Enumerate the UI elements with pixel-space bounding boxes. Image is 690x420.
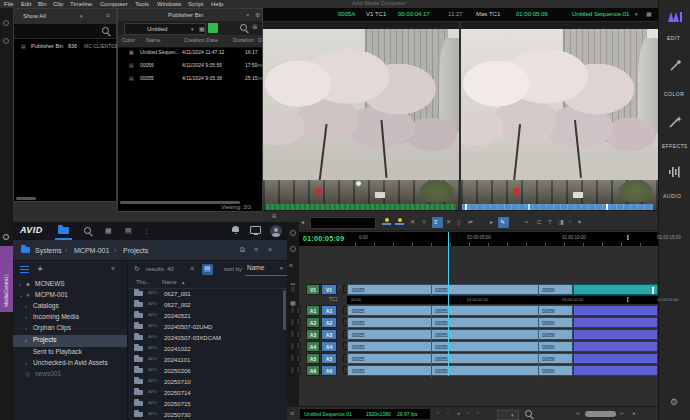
audio-track-source-label[interactable]: A1 (306, 305, 320, 316)
source-clip-name[interactable]: 0005A (338, 11, 355, 17)
track-monitor-box[interactable] (290, 285, 296, 293)
bin-title-bar[interactable]: Publisher Bin × ⚙ (118, 9, 262, 21)
tab-edit[interactable]: EDIT (667, 36, 680, 41)
sequence-name[interactable]: Untitled Sequence.01 (572, 11, 629, 17)
marker-icon[interactable]: ▯ (457, 219, 460, 225)
a3-selected-segment[interactable] (573, 329, 658, 340)
caret-icon[interactable]: › (25, 304, 27, 309)
window-tab-knob-icon[interactable] (3, 20, 9, 26)
sessions-monitor-icon[interactable] (250, 226, 261, 234)
tc-track-label[interactable]: TC1 (329, 298, 338, 303)
menu-edit[interactable]: Edit (21, 1, 31, 7)
v1-selected-segment[interactable] (573, 284, 658, 295)
menu-timeline[interactable]: Timeline (70, 1, 92, 7)
tree-item-mcnews[interactable]: › ◈ MCNEWS (13, 280, 127, 291)
user-avatar[interactable] (270, 225, 282, 237)
track-list-icon[interactable]: ≡ (434, 219, 438, 225)
menu-bin[interactable]: Bin (38, 1, 47, 7)
sort-filter-icon[interactable] (20, 266, 29, 273)
bin-preset-dropdown[interactable]: Untitled ▾ ▦ (124, 23, 206, 35)
menu-composer[interactable]: Composer (100, 1, 128, 7)
sort-by-dropdown[interactable]: Name (247, 265, 264, 272)
a5-selected-segment[interactable] (573, 353, 658, 364)
source-monitor-video-frame[interactable] (263, 29, 459, 211)
tab-audio[interactable]: AUDIO (663, 194, 681, 199)
v-scrollbar-thumb[interactable] (283, 290, 286, 330)
zoom-search-icon[interactable] (525, 410, 532, 417)
audio-track-source-label[interactable]: A4 (306, 341, 320, 352)
tree-item-orphan-clips[interactable]: › Orphan Clips (13, 324, 127, 335)
window-tab-knob-icon[interactable] (290, 230, 296, 236)
tree-item-mcpm-001[interactable]: ⌄ ✈ MCPM-001 (13, 291, 127, 302)
tab-effects[interactable]: EFFECTS (662, 144, 688, 149)
caret-icon[interactable]: › (25, 361, 27, 366)
filter-dropdown[interactable]: Show All (23, 13, 46, 19)
grid-icon[interactable]: ▦ (646, 11, 652, 17)
status-icon[interactable]: ▫ (477, 411, 479, 416)
browse-tab-folder-icon[interactable] (58, 227, 69, 234)
col-duration[interactable]: Duration (233, 38, 254, 44)
file-row[interactable]: AVID20241101 (128, 354, 282, 365)
tree-item-projects-selected[interactable]: › Projects (13, 335, 127, 347)
breadcrumb-systems[interactable]: Systems (35, 247, 62, 254)
caret-icon[interactable]: › (25, 338, 27, 343)
video-track-record-label[interactable]: V1 (321, 284, 337, 295)
search-icon[interactable] (84, 227, 91, 234)
text-tool-icon[interactable]: T (548, 219, 552, 225)
mediacentral-window-tab[interactable]: MediaCentral | (0, 246, 13, 312)
file-row[interactable]: AVID20240507-02UHD (128, 321, 282, 332)
v1-clip-row[interactable]: 00055 00055 00056 (347, 284, 573, 295)
file-row[interactable]: AVID20240521 (128, 310, 282, 321)
status-icon[interactable]: ▫ (437, 411, 439, 416)
segment-overwrite-icon[interactable] (395, 218, 404, 225)
scroll-right-icon[interactable]: ▸ (633, 411, 636, 416)
close-icon[interactable]: × (268, 246, 272, 253)
a5-clip-row[interactable]: 00055 00055 00056 (347, 353, 573, 364)
toolbar-menu-icon[interactable]: ▾ (578, 219, 581, 225)
a6-selected-segment[interactable] (573, 365, 658, 376)
list-view-icon[interactable]: ≡ (190, 265, 194, 272)
file-row[interactable]: AVID20241022 (128, 343, 282, 354)
col-d[interactable]: D (258, 38, 262, 44)
avid-logo-icon[interactable] (668, 12, 682, 22)
delete-icon[interactable]: ✕ (446, 219, 451, 225)
video-quality-icon[interactable]: ◨ (558, 219, 564, 225)
tree-item-catalogs[interactable]: › Catalogs (13, 302, 127, 313)
audio-track-record-label[interactable]: A6 (321, 365, 337, 376)
tab-color[interactable]: COLOR (664, 92, 684, 97)
audio-waveform-icon[interactable] (669, 166, 681, 178)
source-timecode[interactable]: 00:00:04:17 (398, 11, 430, 17)
menu-file[interactable]: File (4, 1, 14, 7)
audio-track-record-label[interactable]: A5 (321, 353, 337, 364)
stack-view-icon[interactable]: ▤ (125, 227, 132, 234)
file-row[interactable]: AVID20250206 (128, 365, 282, 376)
status-icon[interactable]: ▫ (447, 411, 449, 416)
window-tab-knob-icon[interactable] (3, 38, 9, 44)
a2-clip-row[interactable]: 00055 00055 00056 (347, 317, 573, 328)
trim-icon[interactable]: Y (422, 219, 426, 225)
hamburger-menu-icon[interactable]: ≡ (254, 246, 258, 253)
grid-button-icon[interactable]: ⊞ (272, 214, 276, 219)
audio-track-source-label[interactable]: A2 (306, 317, 320, 328)
audio-track-record-label[interactable]: A2 (321, 317, 337, 328)
source-track-label[interactable]: V1 TC1 (366, 11, 386, 17)
a1-selected-segment[interactable] (573, 305, 658, 316)
file-row[interactable]: AVID0627_001 (128, 288, 282, 299)
menu-windows[interactable]: Windows (157, 1, 181, 7)
search-icon[interactable] (240, 24, 247, 31)
zoom-out-handle-icon[interactable]: ⊣ (575, 411, 579, 416)
collapse-chevrons-icon[interactable]: « (289, 262, 293, 269)
audio-track-record-label[interactable]: A4 (321, 341, 337, 352)
star-favorites-icon[interactable]: ★ (37, 265, 43, 272)
waveform-icon[interactable]: ≈ (525, 219, 528, 225)
bell-icon[interactable] (232, 226, 239, 232)
col-name[interactable]: Name (162, 280, 177, 286)
segment-insert-icon[interactable] (382, 218, 391, 225)
caret-icon[interactable]: › (25, 326, 27, 331)
file-row[interactable]: AVID20250715 (128, 398, 282, 409)
tree-item-incoming-media[interactable]: › Incoming Media (13, 313, 127, 324)
window-tab-knob-icon[interactable] (290, 246, 296, 252)
status-icon[interactable]: ▫ (467, 411, 469, 416)
window-tab-knob-icon[interactable] (3, 234, 9, 240)
effects-wand-icon[interactable] (669, 116, 681, 128)
